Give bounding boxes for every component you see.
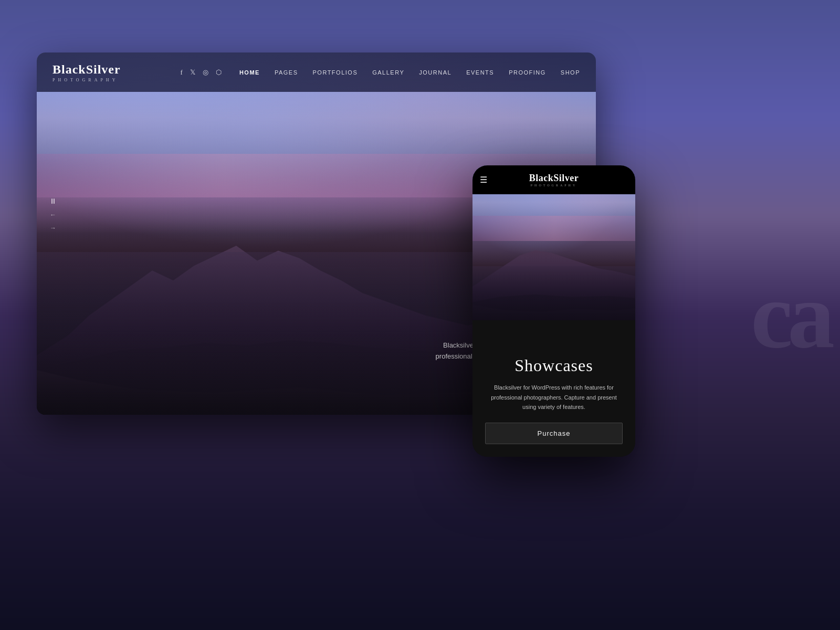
mobile-mockup: ☰ BlackSilver Photography Showcases Blac… xyxy=(472,165,635,457)
mobile-logo-text: BlackSilver xyxy=(529,173,579,184)
nav-item-events[interactable]: EVENTS xyxy=(466,69,494,76)
arrow-right-button[interactable]: → xyxy=(50,224,56,232)
facebook-icon[interactable]: f xyxy=(181,68,183,77)
arrow-left-button[interactable]: ← xyxy=(50,211,56,219)
mobile-showcases-title: Showcases xyxy=(514,356,593,375)
mobile-menu-icon[interactable]: ☰ xyxy=(480,175,487,185)
desktop-logo-sub: Photography xyxy=(52,78,121,82)
instagram-icon[interactable]: ◎ xyxy=(203,68,208,77)
mobile-logo-sub: Photography xyxy=(531,184,578,187)
nav-item-home[interactable]: HOME xyxy=(239,69,260,76)
mobile-content-area: Showcases Blacksilver for WordPress with… xyxy=(472,320,635,457)
nav-item-gallery[interactable]: GALLERY xyxy=(372,69,404,76)
nav-item-pages[interactable]: PAGES xyxy=(275,69,298,76)
nav-item-portfolios[interactable]: PORTFOLIOS xyxy=(313,69,358,76)
desktop-social-icons: f 𝕏 ◎ ⬡ xyxy=(181,68,222,77)
mobile-mountain-svg xyxy=(472,224,635,333)
nav-item-journal[interactable]: JOURNAL xyxy=(419,69,452,76)
slideshow-controls: ⏸ ← → xyxy=(49,197,57,232)
desktop-navbar: BlackSilver Photography f 𝕏 ◎ ⬡ HOME PAG… xyxy=(37,52,596,92)
mobile-showcases-description: Blacksilver for WordPress with rich feat… xyxy=(485,383,623,412)
pause-button[interactable]: ⏸ xyxy=(49,197,57,206)
background-text: ca xyxy=(751,261,830,370)
nav-item-shop[interactable]: SHOP xyxy=(561,69,580,76)
mobile-logo: BlackSilver Photography xyxy=(529,173,579,187)
nav-item-proofing[interactable]: PROOFING xyxy=(509,69,546,76)
purchase-button[interactable]: Purchase xyxy=(485,423,623,444)
desktop-logo-text: BlackSilver xyxy=(52,62,121,77)
500px-icon[interactable]: ⬡ xyxy=(216,68,222,77)
mobile-navbar: ☰ BlackSilver Photography xyxy=(472,165,635,194)
desktop-nav-menu: HOME PAGES PORTFOLIOS GALLERY JOURNAL EV… xyxy=(239,69,580,76)
desktop-nav-right: f 𝕏 ◎ ⬡ HOME PAGES PORTFOLIOS GALLERY JO… xyxy=(181,68,580,77)
twitter-icon[interactable]: 𝕏 xyxy=(190,68,195,77)
desktop-logo: BlackSilver Photography xyxy=(52,62,121,82)
